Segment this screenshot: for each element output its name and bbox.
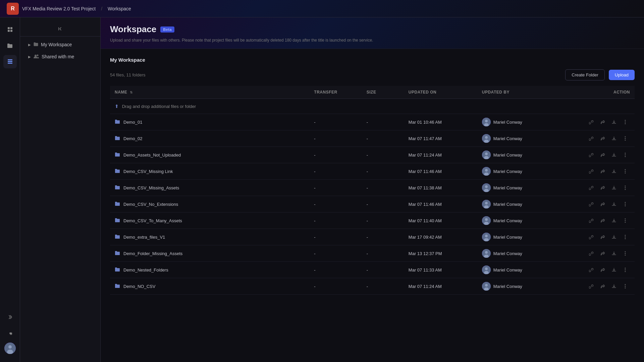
share-button-4[interactable] <box>598 183 607 192</box>
workspace-description: Upload and share your files with others.… <box>110 37 635 43</box>
link-button-10[interactable] <box>586 282 596 291</box>
folder-name-1[interactable]: Demo_02 <box>123 136 142 141</box>
svg-point-30 <box>625 156 626 157</box>
svg-point-50 <box>485 218 488 221</box>
user-name-3: Mariel Conway <box>493 169 522 174</box>
link-button-4[interactable] <box>586 183 596 192</box>
folder-icon-6 <box>115 218 120 224</box>
download-button-5[interactable] <box>609 199 619 209</box>
folder-name-0[interactable]: Demo_01 <box>123 120 142 125</box>
link-button-6[interactable] <box>586 216 596 225</box>
folder-name-3[interactable]: Demo_CSV_Missing Link <box>123 169 173 174</box>
share-button-5[interactable] <box>598 199 607 209</box>
app-logo[interactable]: R <box>7 3 19 15</box>
share-button-2[interactable] <box>598 150 607 160</box>
cell-size-5: - <box>362 196 404 213</box>
folder-icon <box>34 42 38 47</box>
user-avatar-sidebar[interactable] <box>4 343 16 354</box>
share-button-0[interactable] <box>598 117 607 127</box>
download-button-1[interactable] <box>609 134 619 143</box>
sidebar-icon-folder[interactable] <box>3 39 17 52</box>
more-button-7[interactable] <box>621 232 630 242</box>
more-button-10[interactable] <box>621 282 630 291</box>
user-avatar-5 <box>482 200 491 208</box>
link-button-7[interactable] <box>586 232 596 242</box>
folder-name-4[interactable]: Demo_CSV_Missing_Assets <box>123 185 179 190</box>
cell-name-2: Demo_Assets_Not_Uploaded <box>110 147 309 163</box>
nav-my-workspace[interactable]: ▶ My Workspace <box>23 39 98 50</box>
more-button-6[interactable] <box>621 216 630 225</box>
user-name-5: Mariel Conway <box>493 202 522 207</box>
share-button-6[interactable] <box>598 216 607 225</box>
download-button-2[interactable] <box>609 150 619 160</box>
more-button-9[interactable] <box>621 265 630 275</box>
col-name[interactable]: Name ⇅ <box>110 86 309 99</box>
table-row: Demo_CSV_Missing_Assets - - Mar 07 11:38… <box>110 180 635 196</box>
share-button-3[interactable] <box>598 167 607 176</box>
share-button-9[interactable] <box>598 265 607 275</box>
table-row: Demo_Assets_Not_Uploaded - - Mar 07 11:2… <box>110 147 635 163</box>
sidebar-icon-grid[interactable] <box>3 23 17 36</box>
svg-point-74 <box>485 284 488 287</box>
svg-rect-4 <box>8 59 12 60</box>
sidebar-icon-expand-collapse[interactable] <box>3 310 17 324</box>
svg-point-64 <box>625 251 626 252</box>
cell-action-6 <box>561 213 635 229</box>
download-button-0[interactable] <box>609 117 619 127</box>
link-button-1[interactable] <box>586 134 596 143</box>
breadcrumb-separator: / <box>101 6 102 11</box>
user-avatar-9 <box>482 265 491 274</box>
share-button-8[interactable] <box>598 249 607 258</box>
share-button-10[interactable] <box>598 282 607 291</box>
download-button-7[interactable] <box>609 232 619 242</box>
col-transfer: Transfer <box>309 86 362 99</box>
svg-point-32 <box>485 169 488 172</box>
folder-name-8[interactable]: Demo_Folder_Missing_Assets <box>123 251 182 256</box>
share-button-7[interactable] <box>598 232 607 242</box>
download-button-6[interactable] <box>609 216 619 225</box>
link-button-2[interactable] <box>586 150 596 160</box>
download-button-9[interactable] <box>609 265 619 275</box>
link-button-3[interactable] <box>586 167 596 176</box>
folder-name-7[interactable]: Demo_extra_files_V1 <box>123 235 165 240</box>
create-folder-button[interactable]: Create Folder <box>565 69 604 80</box>
user-name-9: Mariel Conway <box>493 267 522 273</box>
sidebar-icon-settings[interactable] <box>3 326 17 340</box>
download-button-3[interactable] <box>609 167 619 176</box>
folder-name-2[interactable]: Demo_Assets_Not_Uploaded <box>123 153 181 158</box>
folder-name-10[interactable]: Demo_NO_CSV <box>123 284 155 289</box>
cell-size-8: - <box>362 245 404 262</box>
cell-name-9: Demo_Nested_Folders <box>110 262 309 278</box>
more-button-0[interactable] <box>621 117 630 127</box>
download-button-8[interactable] <box>609 249 619 258</box>
link-button-8[interactable] <box>586 249 596 258</box>
more-button-3[interactable] <box>621 167 630 176</box>
upload-button[interactable]: Upload <box>609 70 635 80</box>
link-button-5[interactable] <box>586 199 596 209</box>
topbar: R VFX Media Review 2.0 Test Project / Wo… <box>0 0 644 17</box>
more-button-4[interactable] <box>621 183 630 192</box>
sidebar-icon-workspace[interactable] <box>3 55 17 68</box>
more-button-2[interactable] <box>621 150 630 160</box>
nav-shared-with-me[interactable]: ▶ Shared with me <box>23 51 98 62</box>
more-button-8[interactable] <box>621 249 630 258</box>
link-button-0[interactable] <box>586 117 596 127</box>
file-table: Name ⇅ Transfer Size Updated On Updated … <box>110 86 635 295</box>
svg-point-14 <box>485 120 488 122</box>
table-row: Demo_Folder_Missing_Assets - - Mar 13 12… <box>110 245 635 262</box>
folder-name-6[interactable]: Demo_CSV_To_Many_Assets <box>123 218 182 223</box>
download-button-4[interactable] <box>609 183 619 192</box>
more-button-5[interactable] <box>621 199 630 209</box>
collapse-sidebar-button[interactable] <box>56 24 65 34</box>
folder-name-5[interactable]: Demo_CSV_No_Extensions <box>123 202 178 207</box>
link-button-9[interactable] <box>586 265 596 275</box>
cell-action-7 <box>561 229 635 245</box>
folder-icon-2 <box>115 152 120 158</box>
share-button-1[interactable] <box>598 134 607 143</box>
more-button-1[interactable] <box>621 134 630 143</box>
cell-updated-on-9: Mar 07 11:33 AM <box>404 262 477 278</box>
folder-name-9[interactable]: Demo_Nested_Folders <box>123 267 168 273</box>
download-button-10[interactable] <box>609 282 619 291</box>
svg-point-78 <box>625 288 626 289</box>
svg-point-47 <box>625 204 626 205</box>
